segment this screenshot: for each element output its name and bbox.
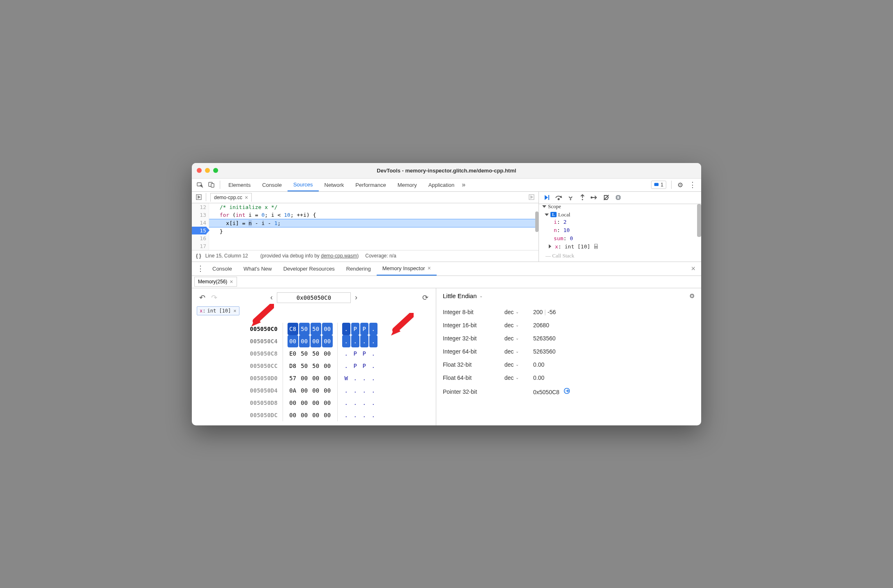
redo-address-icon: ↷: [209, 293, 220, 302]
value-settings-gear-icon[interactable]: ⚙: [689, 292, 695, 300]
scope-panel: Scope L Local i: 2n: 10sum: 0 x: int [10…: [539, 204, 701, 257]
callstack-header[interactable]: Call Stack: [552, 253, 574, 257]
next-page-icon[interactable]: ›: [352, 293, 360, 302]
value-row-integer-8-bit: Integer 8-bitdec ⌄200|-56: [443, 305, 695, 319]
memory-tab[interactable]: Memory(256) ×: [194, 277, 237, 287]
mode-select[interactable]: dec ⌄: [504, 374, 533, 381]
devtools-window: DevTools - memory-inspector.glitch.me/de…: [192, 163, 701, 425]
object-chip[interactable]: x: int [10] ×: [197, 306, 239, 315]
drawer-menu-icon[interactable]: ⋮: [194, 264, 207, 273]
svg-rect-2: [211, 184, 214, 187]
drawer-tab-developer-resources[interactable]: Developer Resources: [278, 262, 341, 276]
more-tabs-chevron-icon[interactable]: »: [462, 181, 465, 188]
traffic-lights: [197, 168, 218, 173]
step-out-button[interactable]: [577, 192, 588, 203]
mode-select[interactable]: dec ⌄: [504, 361, 533, 368]
drawer-tab-console[interactable]: Console: [207, 262, 238, 276]
address-input[interactable]: [277, 292, 351, 303]
tab-application[interactable]: Application: [423, 179, 460, 191]
window-title: DevTools - memory-inspector.glitch.me/de…: [192, 168, 701, 174]
resume-button[interactable]: [541, 192, 552, 203]
code-line-14[interactable]: for (int i = 0; i < 10; ++i) {: [209, 211, 539, 219]
tab-performance[interactable]: Performance: [350, 179, 391, 191]
close-memory-tab-icon[interactable]: ×: [230, 278, 233, 285]
svg-rect-12: [618, 196, 619, 199]
svg-point-9: [582, 199, 583, 200]
close-drawer-icon[interactable]: ×: [688, 264, 699, 273]
prev-page-icon[interactable]: ‹: [268, 293, 275, 302]
main-tabs: ElementsConsoleSourcesNetworkPerformance…: [192, 179, 701, 192]
svg-point-7: [558, 198, 559, 200]
svg-rect-6: [548, 195, 549, 200]
messages-count: 1: [661, 182, 663, 188]
zoom-window-button[interactable]: [213, 168, 218, 173]
memory-inspector: ↶ ↷ ‹ › ⟳ x: int [10] × 005050C0005050C4…: [192, 288, 701, 425]
mode-select[interactable]: dec ⌄: [504, 348, 533, 355]
code-line-13[interactable]: /* initialize x */: [209, 203, 539, 211]
memory-inspector-tabbar: Memory(256) ×: [192, 276, 701, 288]
scope-var-i[interactable]: i: 2: [542, 218, 701, 226]
snippets-icon[interactable]: [194, 194, 203, 200]
inspect-element-icon[interactable]: [194, 179, 206, 191]
close-drawer-tab-icon[interactable]: ×: [428, 265, 431, 271]
tab-elements[interactable]: Elements: [223, 179, 256, 191]
svg-rect-11: [617, 196, 618, 199]
tab-console[interactable]: Console: [256, 179, 288, 191]
debug-info-link[interactable]: demo-cpp.wasm: [321, 253, 357, 259]
coverage-label: Coverage: n/a: [365, 253, 396, 259]
file-tab-bar: demo-cpp.cc ×: [192, 192, 539, 203]
messages-badge[interactable]: 1: [651, 181, 666, 189]
mode-select[interactable]: dec ⌄: [504, 309, 533, 315]
remove-chip-icon[interactable]: ×: [233, 308, 236, 314]
titlebar: DevTools - memory-inspector.glitch.me/de…: [192, 163, 701, 179]
step-into-button[interactable]: [565, 192, 576, 203]
value-row-float-64-bit: Float 64-bitdec ⌄0.00: [443, 371, 695, 384]
drawer-tab-memory-inspector[interactable]: Memory Inspector ×: [377, 262, 437, 276]
code-line-16[interactable]: }: [209, 227, 539, 235]
svg-point-10: [591, 197, 592, 198]
status-bar: { } Line 15, Column 12 (provided via deb…: [192, 250, 539, 262]
device-toggle-icon[interactable]: [206, 179, 217, 191]
cursor-position: Line 15, Column 12: [205, 253, 248, 259]
endian-selector[interactable]: Little Endian ⌄ ⚙: [443, 292, 695, 300]
code-editor[interactable]: 121314151617 /* initialize x */ for (int…: [192, 203, 539, 250]
tab-sources[interactable]: Sources: [288, 179, 319, 191]
reveal-in-memory-icon[interactable]: ⌸: [591, 243, 598, 250]
file-tab-demo-cpp[interactable]: demo-cpp.cc ×: [210, 193, 252, 202]
mode-select[interactable]: dec ⌄: [504, 322, 533, 328]
mode-select[interactable]: dec ⌄: [504, 335, 533, 342]
value-row-integer-32-bit: Integer 32-bitdec ⌄5263560: [443, 332, 695, 345]
scope-local-header[interactable]: L Local: [542, 211, 701, 218]
pause-exceptions-button[interactable]: [613, 192, 624, 203]
drawer-tab-what-s-new[interactable]: What's New: [238, 262, 278, 276]
value-row-pointer-32-bit: Pointer 32-bit0x5050C8: [443, 384, 695, 399]
pretty-print-icon[interactable]: { }: [196, 253, 201, 259]
settings-gear-icon[interactable]: ⚙: [675, 181, 686, 189]
memory-tab-label: Memory(256): [198, 279, 227, 285]
scope-header[interactable]: Scope: [542, 204, 701, 210]
close-window-button[interactable]: [197, 168, 202, 173]
scope-var-x[interactable]: x: int [10] ⌸: [542, 243, 701, 251]
run-snippet-icon[interactable]: [527, 194, 536, 200]
value-row-float-32-bit: Float 32-bitdec ⌄0.00: [443, 358, 695, 371]
minimize-window-button[interactable]: [205, 168, 210, 173]
follow-pointer-icon[interactable]: [564, 388, 570, 395]
scope-var-n[interactable]: n: 10: [542, 226, 701, 234]
tab-memory[interactable]: Memory: [392, 179, 423, 191]
step-button[interactable]: [589, 192, 600, 203]
refresh-memory-icon[interactable]: ⟳: [420, 293, 431, 302]
deactivate-breakpoints-button[interactable]: [601, 192, 612, 203]
tab-network[interactable]: Network: [319, 179, 350, 191]
close-file-tab-icon[interactable]: ×: [245, 194, 248, 201]
drawer-tab-rendering[interactable]: Rendering: [341, 262, 377, 276]
hex-grid[interactable]: 005050C0005050C4005050C8005050CC005050D0…: [197, 323, 431, 421]
debug-provided-by: (provided via debug info by demo-cpp.was…: [260, 253, 359, 259]
undo-address-icon[interactable]: ↶: [197, 293, 208, 302]
scope-var-sum[interactable]: sum: 0: [542, 234, 701, 243]
debugger-controls: [539, 192, 701, 204]
kebab-menu-icon[interactable]: ⋮: [686, 180, 699, 189]
drawer-tabs: ⋮ ConsoleWhat's NewDeveloper ResourcesRe…: [192, 262, 701, 276]
step-over-button[interactable]: [553, 192, 564, 203]
code-line-15[interactable]: x[i] = n - i - 1;: [209, 219, 539, 227]
value-row-integer-64-bit: Integer 64-bitdec ⌄5263560: [443, 345, 695, 358]
